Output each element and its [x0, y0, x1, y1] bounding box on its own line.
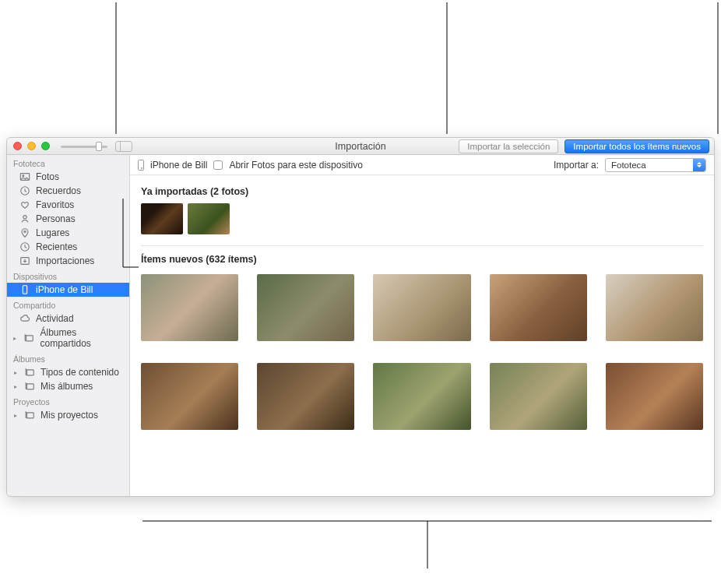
svg-rect-10	[27, 370, 34, 375]
import-to-select[interactable]: Fototeca	[605, 158, 706, 172]
disclosure-triangle-icon[interactable]: ▸	[12, 335, 18, 342]
photo-thumbnail[interactable]	[188, 203, 230, 234]
sidebar-item-label: Tipos de contenido	[40, 367, 119, 378]
sidebar-item-mis-álbumes[interactable]: ▸Mis álbumes	[7, 379, 129, 393]
svg-point-4	[24, 231, 26, 232]
sidebar-item-label: Lugares	[36, 227, 69, 238]
clock-icon	[19, 185, 30, 196]
phone-icon	[138, 160, 144, 171]
sidebar-item-lugares[interactable]: Lugares	[7, 226, 129, 240]
import-selection-button[interactable]: Importar la selección	[459, 139, 558, 153]
album-icon	[24, 410, 35, 421]
new-items-heading: Ítems nuevos (632 ítems)	[141, 254, 703, 265]
sidebar-item-iphone-de-bill[interactable]: iPhone de Bill	[7, 283, 129, 297]
content-pane: iPhone de Bill Abrir Fotos para este dis…	[130, 155, 714, 496]
photo-thumbnail[interactable]	[141, 363, 238, 430]
sidebar-item-personas[interactable]: Personas	[7, 212, 129, 226]
photo-thumbnail[interactable]	[257, 363, 354, 430]
album-icon	[24, 381, 35, 392]
sidebar-item-label: Importaciones	[36, 255, 94, 266]
disclosure-triangle-icon[interactable]: ▸	[12, 369, 19, 376]
photo-thumbnail[interactable]	[490, 363, 587, 430]
already-imported-thumbs	[141, 203, 703, 234]
device-toolbar: iPhone de Bill Abrir Fotos para este dis…	[130, 155, 714, 175]
svg-rect-12	[27, 413, 34, 418]
sidebar-item-label: Favoritos	[36, 199, 74, 210]
device-name-label: iPhone de Bill	[150, 160, 207, 171]
svg-point-1	[23, 175, 24, 177]
import-icon	[19, 255, 30, 266]
sidebar-item-label: Mis álbumes	[40, 381, 93, 392]
sidebar-item-label: Fotos	[36, 171, 59, 182]
svg-point-3	[23, 216, 26, 219]
svg-rect-9	[26, 336, 33, 341]
sidebar-item-favoritos[interactable]: Favoritos	[7, 198, 129, 212]
sidebar-item-importaciones[interactable]: Importaciones	[7, 254, 129, 268]
import-scroll-area[interactable]: Ya importadas (2 fotos) Ítems nuevos (63…	[130, 175, 714, 496]
pin-icon	[19, 227, 30, 238]
photo-thumbnail[interactable]	[606, 274, 703, 341]
disclosure-triangle-icon[interactable]: ▸	[12, 383, 19, 390]
sidebar-item-label: Mis proyectos	[40, 410, 98, 421]
sidebar-item-tipos-de-contenido[interactable]: ▸Tipos de contenido	[7, 365, 129, 379]
phone-icon	[19, 284, 30, 295]
sidebar-group-header: Dispositivos	[7, 268, 129, 283]
photo-thumbnail[interactable]	[373, 274, 470, 341]
sidebar-group-header: Fototeca	[7, 155, 129, 170]
window-title: Importación	[335, 141, 385, 152]
album-icon	[23, 333, 34, 343]
photo-thumbnail[interactable]	[141, 274, 238, 341]
sidebar-item-álbumes-compartidos[interactable]: ▸Álbumes compartidos	[7, 326, 129, 350]
app-window: Importación Importar la selección Import…	[6, 137, 715, 497]
sidebar-item-label: Álbumes compartidos	[40, 327, 125, 349]
section-divider	[141, 245, 703, 246]
photo-thumbnail[interactable]	[141, 203, 183, 234]
new-items-grid	[141, 274, 703, 430]
close-window-btn[interactable]	[13, 142, 22, 150]
import-all-new-button[interactable]: Importar todos los ítems nuevos	[564, 139, 709, 153]
minimize-window-btn[interactable]	[27, 142, 36, 150]
sidebar-item-label: Recuerdos	[36, 185, 81, 196]
select-arrows-icon	[693, 159, 705, 171]
cloud-icon	[19, 313, 30, 324]
heart-icon	[19, 199, 30, 210]
sidebar-item-label: iPhone de Bill	[36, 284, 93, 295]
already-imported-heading: Ya importadas (2 fotos)	[141, 186, 703, 197]
recent-icon	[19, 241, 30, 252]
sidebar-item-label: Actividad	[36, 313, 74, 324]
sidebar-group-header: Proyectos	[7, 393, 129, 408]
open-photos-checkbox[interactable]	[213, 160, 223, 170]
thumbnail-zoom-slider[interactable]	[61, 142, 107, 151]
open-photos-label: Abrir Fotos para este dispositivo	[229, 160, 362, 171]
sidebar-item-recuerdos[interactable]: Recuerdos	[7, 184, 129, 198]
photo-thumbnail[interactable]	[606, 363, 703, 430]
svg-point-8	[24, 292, 25, 293]
sidebar-toggle-btn[interactable]	[115, 141, 132, 152]
person-icon	[19, 213, 30, 224]
photo-thumbnail[interactable]	[257, 274, 354, 341]
traffic-lights	[13, 142, 50, 150]
sidebar-item-fotos[interactable]: Fotos	[7, 170, 129, 184]
sidebar-item-actividad[interactable]: Actividad	[7, 312, 129, 326]
sidebar-item-label: Recientes	[36, 241, 77, 252]
source-sidebar: FototecaFotosRecuerdosFavoritosPersonasL…	[7, 155, 130, 496]
import-to-label: Importar a:	[554, 160, 599, 171]
sidebar-item-mis-proyectos[interactable]: ▸Mis proyectos	[7, 408, 129, 422]
disclosure-triangle-icon[interactable]: ▸	[12, 412, 19, 419]
zoom-window-btn[interactable]	[41, 142, 50, 150]
titlebar: Importación Importar la selección Import…	[7, 138, 714, 155]
sidebar-item-recientes[interactable]: Recientes	[7, 240, 129, 254]
sidebar-group-header: Compartido	[7, 297, 129, 312]
photos-icon	[19, 171, 30, 182]
sidebar-item-label: Personas	[36, 213, 76, 224]
svg-rect-11	[27, 384, 34, 389]
import-to-value: Fototeca	[611, 160, 646, 170]
sidebar-group-header: Álbumes	[7, 350, 129, 365]
photo-thumbnail[interactable]	[490, 274, 587, 341]
photo-thumbnail[interactable]	[373, 363, 470, 430]
album-icon	[24, 367, 35, 378]
